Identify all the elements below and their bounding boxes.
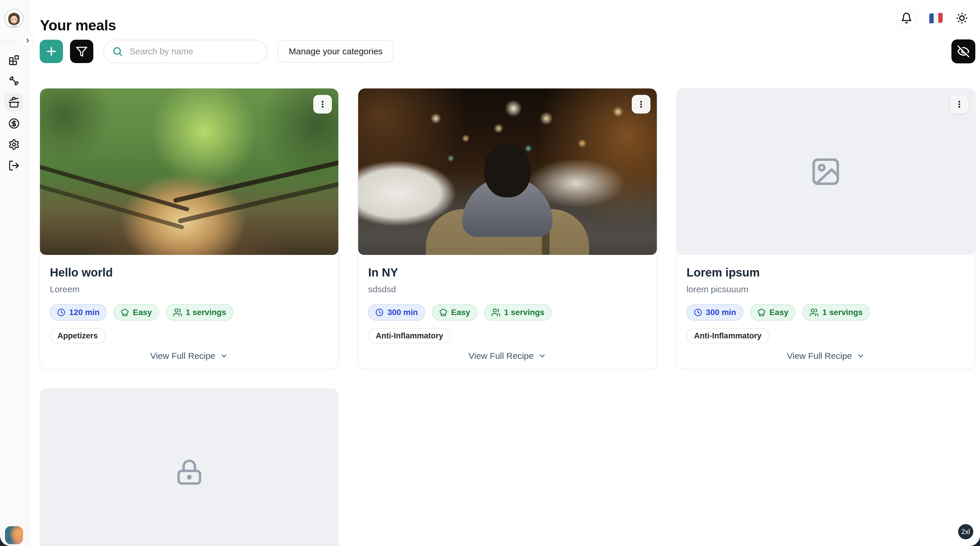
photo-person-silhouette xyxy=(426,144,589,255)
sidebar-item-settings[interactable] xyxy=(8,139,20,150)
chef-hat-icon xyxy=(757,308,766,317)
sidebar-item-logout[interactable] xyxy=(8,160,20,171)
hide-view-button[interactable] xyxy=(951,40,975,63)
recipe-card: In NY sdsdsd 300 min xyxy=(358,88,657,369)
card-body: In NY sdsdsd 300 min xyxy=(358,255,657,343)
users-icon xyxy=(810,308,819,317)
recipe-card: Lorem ipsum lorem picsuuum 300 min xyxy=(676,88,975,369)
badge-row: 120 min Easy xyxy=(50,304,328,321)
users-icon xyxy=(173,308,182,317)
category-chip: Anti-Inflammatory xyxy=(368,328,450,343)
recipe-title: Hello world xyxy=(50,266,328,279)
recipe-title: In NY xyxy=(368,266,647,279)
sun-icon xyxy=(956,11,968,25)
funnel-icon xyxy=(76,45,88,57)
recipe-title: Lorem ipsum xyxy=(687,266,965,279)
sidebar-item-dashboard[interactable] xyxy=(8,54,20,66)
add-meal-button[interactable] xyxy=(40,40,63,63)
main-content: Your meals xyxy=(28,0,980,546)
time-badge: 300 min xyxy=(687,304,743,321)
chevron-down-icon xyxy=(220,352,228,360)
clock-icon xyxy=(57,308,65,317)
bell-icon xyxy=(900,12,912,24)
time-badge: 300 min xyxy=(368,304,425,321)
toolbar: Manage your categories xyxy=(40,39,975,64)
difficulty-badge: Easy xyxy=(113,304,159,321)
manage-categories-button[interactable]: Manage your categories xyxy=(278,40,394,63)
recipe-image-forest-bridge xyxy=(40,88,338,255)
kebab-menu-icon xyxy=(637,100,646,109)
lock-icon xyxy=(174,456,204,488)
tailwind-breakpoint-badge: 2xl xyxy=(958,524,973,539)
category-chip: Appetizers xyxy=(50,328,105,343)
user-avatar[interactable] xyxy=(5,9,24,28)
dashboard-grid-icon xyxy=(8,54,20,66)
category-row: Appetizers xyxy=(50,328,328,343)
kebab-menu-icon xyxy=(318,100,327,109)
chevron-right-icon xyxy=(24,37,31,44)
kebab-menu-icon xyxy=(955,100,964,109)
logout-icon xyxy=(8,160,20,171)
image-placeholder-icon xyxy=(810,156,842,188)
locked-recipe-card xyxy=(40,388,339,546)
plus-icon xyxy=(45,45,58,58)
search-icon xyxy=(112,46,123,57)
card-menu-button[interactable] xyxy=(313,95,332,113)
category-row: Anti-Inflammatory xyxy=(687,328,965,343)
clock-icon xyxy=(694,308,702,317)
sidebar-expand-button[interactable] xyxy=(21,34,34,47)
time-badge: 120 min xyxy=(50,304,107,321)
workspace-gradient-avatar[interactable] xyxy=(5,526,23,544)
top-actions xyxy=(896,7,969,29)
sidebar-item-workouts[interactable] xyxy=(8,75,20,87)
app-shell: Your meals xyxy=(0,0,980,546)
recipe-image-night-street xyxy=(358,88,657,255)
settings-gear-icon xyxy=(8,139,20,150)
recipe-image-placeholder xyxy=(677,88,975,255)
recipe-subtitle: Loreem xyxy=(50,284,328,294)
filter-button[interactable] xyxy=(70,40,93,63)
difficulty-badge: Easy xyxy=(432,304,477,321)
notifications-button[interactable] xyxy=(896,7,918,29)
card-body: Lorem ipsum lorem picsuuum 300 min xyxy=(677,255,975,343)
dollar-badge-icon xyxy=(8,118,20,129)
eye-off-icon xyxy=(957,45,970,58)
search-input[interactable] xyxy=(129,46,253,57)
servings-badge: 1 servings xyxy=(484,304,552,321)
recipe-subtitle: lorem picsuuum xyxy=(687,284,965,294)
sidebar xyxy=(0,0,28,546)
users-icon xyxy=(491,308,501,317)
chef-hat-icon xyxy=(439,308,448,317)
difficulty-badge: Easy xyxy=(750,304,795,321)
recipe-subtitle: sdsdsd xyxy=(368,284,647,294)
theme-toggle-button[interactable] xyxy=(955,11,969,26)
servings-badge: 1 servings xyxy=(166,304,233,321)
recipe-card: Hello world Loreem 120 min xyxy=(40,88,339,369)
chevron-down-icon xyxy=(857,352,865,360)
card-body: Hello world Loreem 120 min xyxy=(40,255,338,343)
page-title: Your meals xyxy=(40,17,116,34)
clock-icon xyxy=(375,308,384,317)
servings-badge: 1 servings xyxy=(802,304,870,321)
sidebar-item-billing[interactable] xyxy=(8,118,20,129)
view-full-recipe-button[interactable]: View Full Recipe xyxy=(677,351,975,361)
lock-icon-wrap xyxy=(174,456,204,489)
view-full-recipe-button[interactable]: View Full Recipe xyxy=(358,351,657,361)
badge-row: 300 min Easy xyxy=(687,304,965,321)
badge-row: 300 min Easy xyxy=(368,304,647,321)
recipe-grid: Hello world Loreem 120 min xyxy=(40,88,975,546)
chevron-down-icon xyxy=(538,352,546,360)
search-box xyxy=(103,40,267,63)
cooking-pot-icon xyxy=(8,96,20,108)
sidebar-item-meals[interactable] xyxy=(8,96,20,108)
category-chip: Anti-Inflammatory xyxy=(687,328,769,343)
card-menu-button[interactable] xyxy=(950,95,969,113)
chef-hat-icon xyxy=(121,308,129,317)
language-flag-french[interactable] xyxy=(929,13,943,23)
dumbbell-icon xyxy=(8,75,20,87)
view-full-recipe-button[interactable]: View Full Recipe xyxy=(40,351,338,361)
card-menu-button[interactable] xyxy=(632,95,651,113)
category-row: Anti-Inflammatory xyxy=(368,328,647,343)
